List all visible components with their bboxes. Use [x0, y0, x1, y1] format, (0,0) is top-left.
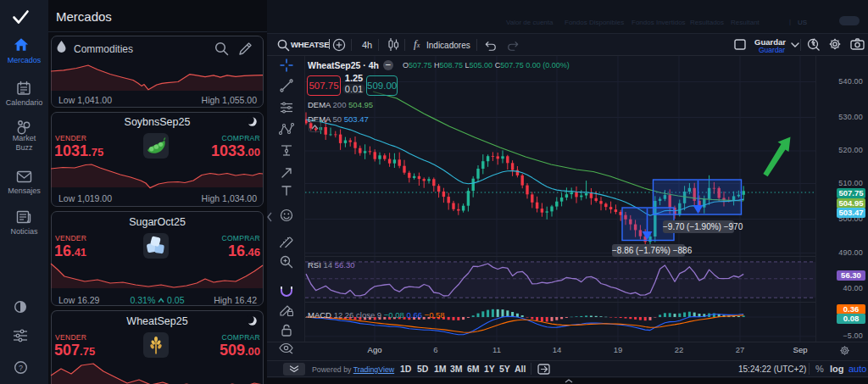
svg-text:?: ? [19, 364, 23, 372]
